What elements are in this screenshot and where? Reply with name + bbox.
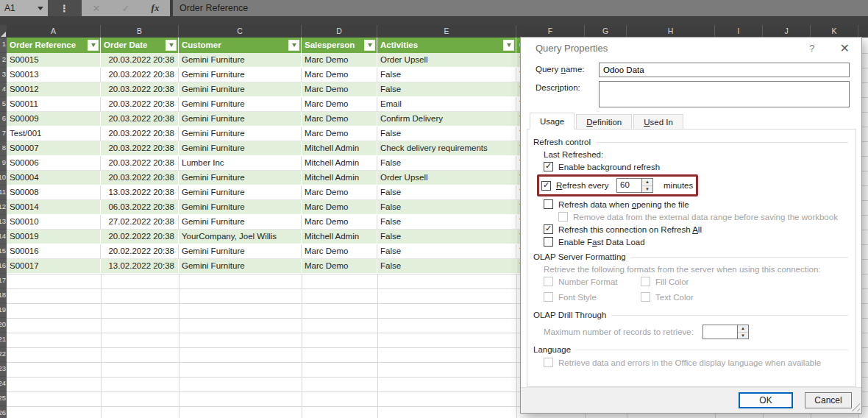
close-icon[interactable]: ✕ bbox=[840, 41, 850, 55]
cell-customer[interactable]: Gemini Furniture bbox=[179, 259, 302, 274]
refresh-minutes-spinner[interactable]: 60 ▲ ▼ bbox=[616, 178, 653, 193]
cell-order-date[interactable]: 20.03.2022 20:38 bbox=[101, 82, 179, 97]
cell-activities[interactable]: Email bbox=[377, 97, 516, 112]
row-header-25[interactable]: 25 bbox=[0, 392, 7, 406]
cell-order-reference[interactable]: S00013 bbox=[7, 68, 101, 82]
cell-activities[interactable]: Check delivery requirements bbox=[377, 141, 516, 156]
row-header-5[interactable]: 5 bbox=[0, 97, 7, 112]
cell-activities[interactable]: False bbox=[377, 259, 516, 274]
cell-customer[interactable]: Gemini Furniture bbox=[179, 141, 302, 156]
row-header-15[interactable]: 15 bbox=[0, 244, 7, 259]
row-header-17[interactable]: 17 bbox=[0, 274, 7, 288]
fast-data-load-checkbox[interactable]: Enable Fast Data Load bbox=[544, 237, 848, 247]
cell-activities[interactable]: False bbox=[377, 68, 516, 82]
cell-order-date[interactable]: 20.02.2022 20:38 bbox=[101, 230, 179, 244]
cell-customer[interactable]: Gemini Furniture bbox=[179, 112, 302, 127]
cell-activities[interactable]: False bbox=[377, 230, 516, 244]
row-header-14[interactable]: 14 bbox=[0, 230, 7, 244]
name-box-dropdown-icon[interactable] bbox=[38, 7, 43, 10]
cell-order-date[interactable]: 20.02.2022 20:38 bbox=[101, 244, 179, 259]
spinner-up-icon[interactable]: ▲ bbox=[642, 179, 652, 186]
row-header-8[interactable]: 8 bbox=[0, 141, 7, 156]
row-header-18[interactable]: 18 bbox=[0, 288, 7, 303]
row-header-12[interactable]: 12 bbox=[0, 200, 7, 215]
column-header-C[interactable]: C bbox=[179, 25, 302, 38]
row-header-11[interactable]: 11 bbox=[0, 185, 7, 200]
filter-button[interactable] bbox=[288, 40, 299, 51]
row-header-9[interactable]: 9 bbox=[0, 156, 7, 171]
cell-order-date[interactable]: 20.03.2022 20:38 bbox=[101, 68, 179, 82]
cell-order-date[interactable]: 13.02.2022 20:38 bbox=[101, 259, 179, 274]
cell-customer[interactable]: Gemini Furniture bbox=[179, 171, 302, 185]
row-header-3[interactable]: 3 bbox=[0, 68, 7, 82]
column-header-J[interactable]: J bbox=[763, 25, 811, 38]
cell-order-date[interactable]: 13.03.2022 20:38 bbox=[101, 185, 179, 200]
row-header-16[interactable]: 16 bbox=[0, 259, 7, 274]
column-header-D[interactable]: D bbox=[302, 25, 377, 38]
spinner-down-icon[interactable]: ▼ bbox=[642, 186, 652, 193]
header-activities[interactable]: Activities bbox=[377, 38, 516, 53]
cell-customer[interactable]: Gemini Furniture bbox=[179, 82, 302, 97]
cell-order-date[interactable]: 20.03.2022 20:38 bbox=[101, 97, 179, 112]
cell-customer[interactable]: Lumber Inc bbox=[179, 156, 302, 171]
enter-entry-icon[interactable]: ✓ bbox=[122, 3, 130, 14]
cell-salesperson[interactable]: Marc Demo bbox=[302, 200, 377, 215]
select-all-corner[interactable] bbox=[0, 25, 7, 38]
column-header-E[interactable]: E bbox=[377, 25, 516, 38]
cell-salesperson[interactable]: Marc Demo bbox=[302, 244, 377, 259]
row-header-1[interactable]: 1 bbox=[0, 38, 7, 53]
column-header-K[interactable]: K bbox=[811, 25, 858, 38]
cell-order-reference[interactable]: S00014 bbox=[7, 200, 101, 215]
cell-order-reference[interactable]: S00004 bbox=[7, 171, 101, 185]
cell-order-reference[interactable]: S00019 bbox=[7, 230, 101, 244]
tab-used-in[interactable]: Used In bbox=[633, 114, 683, 130]
cell-customer[interactable]: Gemini Furniture bbox=[179, 97, 302, 112]
cell-order-reference[interactable]: S00010 bbox=[7, 215, 101, 230]
row-header-26[interactable]: 26 bbox=[0, 406, 7, 418]
filter-button[interactable] bbox=[503, 40, 514, 51]
refresh-when-opening-checkbox[interactable]: Refresh data when opening the file bbox=[544, 199, 848, 209]
cell-order-reference[interactable]: Test/001 bbox=[7, 127, 101, 141]
cell-order-reference[interactable]: S00006 bbox=[7, 156, 101, 171]
refresh-on-refresh-all-checkbox[interactable]: Refresh this connection on Refresh All bbox=[544, 224, 848, 234]
row-header-4[interactable]: 4 bbox=[0, 82, 7, 97]
row-header-gutter[interactable]: 1234567891011121314151617181920212223242… bbox=[0, 38, 7, 418]
cell-customer[interactable]: Gemini Furniture bbox=[179, 200, 302, 215]
header-salesperson[interactable]: Salesperson bbox=[302, 38, 377, 53]
header-order-reference[interactable]: Order Reference bbox=[7, 38, 101, 53]
cell-salesperson[interactable]: Marc Demo bbox=[302, 215, 377, 230]
cell-order-reference[interactable]: S00015 bbox=[7, 53, 101, 68]
column-header-G[interactable]: G bbox=[585, 25, 627, 38]
dialog-title-bar[interactable]: Query Properties ? ✕ bbox=[521, 38, 861, 59]
cell-order-date[interactable]: 20.03.2022 20:38 bbox=[101, 127, 179, 141]
cell-salesperson[interactable]: Mitchell Admin bbox=[302, 156, 377, 171]
cell-customer[interactable]: Gemini Furniture bbox=[179, 127, 302, 141]
cell-order-reference[interactable]: S00007 bbox=[7, 141, 101, 156]
cell-activities[interactable]: False bbox=[377, 82, 516, 97]
cell-activities[interactable]: False bbox=[377, 185, 516, 200]
refresh-every-checkbox[interactable]: Refresh every bbox=[541, 181, 616, 191]
filter-button[interactable] bbox=[88, 40, 99, 51]
column-header-F[interactable]: F bbox=[516, 25, 585, 38]
cell-order-date[interactable]: 20.03.2022 20:38 bbox=[101, 141, 179, 156]
cell-salesperson[interactable]: Marc Demo bbox=[302, 112, 377, 127]
help-icon[interactable]: ? bbox=[809, 43, 814, 54]
filter-button[interactable] bbox=[166, 40, 177, 51]
cell-activities[interactable]: False bbox=[377, 127, 516, 141]
cell-order-reference[interactable]: S00012 bbox=[7, 82, 101, 97]
cell-customer[interactable]: Gemini Furniture bbox=[179, 244, 302, 259]
column-header-H[interactable]: H bbox=[627, 25, 715, 38]
cell-salesperson[interactable]: Marc Demo bbox=[302, 97, 377, 112]
cell-customer[interactable]: Gemini Furniture bbox=[179, 53, 302, 68]
cancel-entry-icon[interactable]: ✕ bbox=[93, 3, 101, 14]
cell-salesperson[interactable]: Marc Demo bbox=[302, 127, 377, 141]
row-header-13[interactable]: 13 bbox=[0, 215, 7, 230]
cancel-button[interactable]: Cancel bbox=[805, 392, 852, 408]
filter-button[interactable] bbox=[364, 40, 375, 51]
row-header-20[interactable]: 20 bbox=[0, 318, 7, 333]
cell-activities[interactable]: False bbox=[377, 200, 516, 215]
cell-order-reference[interactable]: S00011 bbox=[7, 97, 101, 112]
cell-order-date[interactable]: 20.03.2022 20:38 bbox=[101, 53, 179, 68]
name-box[interactable]: A1 bbox=[0, 0, 48, 16]
cell-order-reference[interactable]: S00008 bbox=[7, 185, 101, 200]
